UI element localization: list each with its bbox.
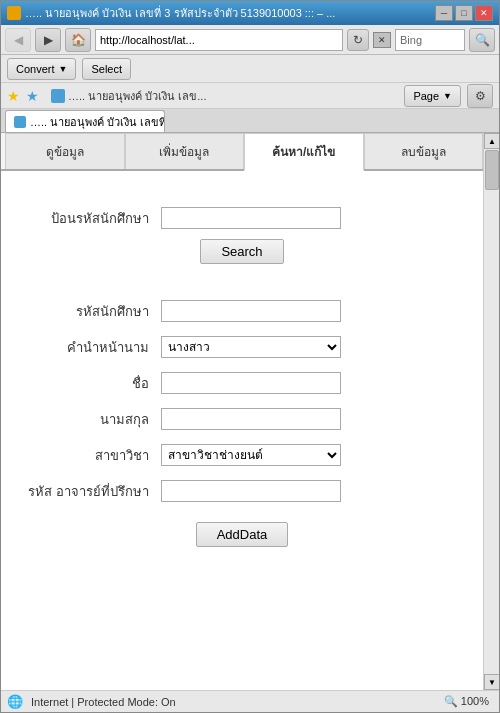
select-label: Select — [91, 63, 122, 75]
status-text: Internet | Protected Mode: On — [31, 696, 436, 708]
tab-delete[interactable]: ลบข้อมูล — [364, 133, 484, 169]
top-input-field[interactable] — [161, 207, 341, 229]
form-tabs: ดูข้อมูล เพิ่มข้อมูล ค้นหา/แก้ไข ลบข้อมู… — [1, 133, 483, 171]
advisor-input[interactable] — [161, 480, 341, 502]
title-bar-buttons: ─ □ ✕ — [435, 5, 493, 21]
tab-label: ….. นายอนุพงค์ บัวเงิน เลขที่... — [30, 113, 165, 131]
search-box[interactable]: Bing — [395, 29, 465, 51]
major-label: สาขาวิชา — [21, 445, 161, 466]
name-group: ชื่อ — [21, 372, 463, 394]
add-favorite-icon[interactable]: ★ — [26, 88, 39, 104]
favorite-star-icon[interactable]: ★ — [7, 88, 20, 104]
browser-window: ….. นายอนุพงค์ บัวเงิน เลขที่ 3 รหัสประจ… — [0, 0, 500, 713]
tab-strip: ….. นายอนุพงค์ บัวเงิน เลขที่... ✕ — [1, 109, 499, 133]
tab-add[interactable]: เพิ่มข้อมูล — [125, 133, 245, 169]
tab-search[interactable]: ค้นหา/แก้ไข — [244, 133, 364, 171]
title-bar: ….. นายอนุพงค์ บัวเงิน เลขที่ 3 รหัสประจ… — [1, 1, 499, 25]
page-button[interactable]: Page ▼ — [404, 85, 461, 107]
close-button[interactable]: ✕ — [475, 5, 493, 21]
title-label: คำนำหน้านาม — [21, 337, 161, 358]
top-input-group: ป้อนรหัสนักศึกษา — [21, 207, 463, 229]
title-bar-text: ….. นายอนุพงค์ บัวเงิน เลขที่ 3 รหัสประจ… — [25, 4, 431, 22]
search-row: Search — [21, 239, 463, 264]
student-id-group: รหัสนักศึกษา — [21, 300, 463, 322]
convert-button[interactable]: Convert ▼ — [7, 58, 76, 80]
scroll-up-button[interactable]: ▲ — [484, 133, 499, 149]
advisor-label: รหัส อาจารย์ที่ปรึกษา — [21, 481, 161, 502]
address-text: http://localhost/lat... — [100, 34, 195, 46]
content-area: ดูข้อมูล เพิ่มข้อมูล ค้นหา/แก้ไข ลบข้อมู… — [1, 133, 499, 690]
lastname-input[interactable] — [161, 408, 341, 430]
submit-row: AddData — [21, 522, 463, 547]
maximize-button[interactable]: □ — [455, 5, 473, 21]
page-label: Page — [413, 90, 439, 102]
student-id-label: รหัสนักศึกษา — [21, 301, 161, 322]
name-label: ชื่อ — [21, 373, 161, 394]
major-group: สาขาวิชา สาขาวิชาช่างยนต์ สาขาวิชาคอมพิว… — [21, 444, 463, 466]
search-button[interactable]: Search — [200, 239, 283, 264]
tools-button[interactable]: ⚙ — [467, 84, 493, 108]
student-id-input[interactable] — [161, 300, 341, 322]
title-group: คำนำหน้านาม นางสาว นาย นาง — [21, 336, 463, 358]
browser-icon — [7, 6, 21, 20]
forward-button[interactable]: ▶ — [35, 28, 61, 52]
convert-label: Convert — [16, 63, 55, 75]
scroll-track[interactable] — [484, 149, 499, 674]
page-tab-1[interactable]: ….. นายอนุพงค์ บัวเงิน เลขที่... ✕ — [5, 110, 165, 132]
advisor-group: รหัส อาจารย์ที่ปรึกษา — [21, 480, 463, 502]
major-select[interactable]: สาขาวิชาช่างยนต์ สาขาวิชาคอมพิวเตอร์ — [161, 444, 341, 466]
adddata-button[interactable]: AddData — [196, 522, 289, 547]
convert-arrow-icon: ▼ — [59, 64, 68, 74]
page-arrow-icon: ▼ — [443, 91, 452, 101]
scroll-down-button[interactable]: ▼ — [484, 674, 499, 690]
bookmark-item-1[interactable]: ….. นายอนุพงค์ บัวเงิน เลข... — [45, 85, 212, 107]
select-button[interactable]: Select — [82, 58, 131, 80]
address-bar[interactable]: http://localhost/lat... — [95, 29, 343, 51]
page-content: ดูข้อมูล เพิ่มข้อมูล ค้นหา/แก้ไข ลบข้อมู… — [1, 133, 483, 690]
stop-button[interactable]: ✕ — [373, 32, 391, 48]
form-section: ป้อนรหัสนักศึกษา Search รหัสนักศึกษา คำน… — [1, 171, 483, 567]
bookmark-text: ….. นายอนุพงค์ บัวเงิน เลข... — [68, 87, 206, 105]
back-button[interactable]: ◀ — [5, 28, 31, 52]
search-go-button[interactable]: 🔍 — [469, 28, 495, 52]
nav-bar: ◀ ▶ 🏠 http://localhost/lat... ↻ ✕ Bing 🔍 — [1, 25, 499, 55]
status-bar: 🌐 Internet | Protected Mode: On 🔍 100% — [1, 690, 499, 712]
search-box-text: Bing — [400, 34, 422, 46]
lastname-group: นามสกุล — [21, 408, 463, 430]
scroll-thumb[interactable] — [485, 150, 499, 190]
status-icon: 🌐 — [7, 694, 23, 709]
minimize-button[interactable]: ─ — [435, 5, 453, 21]
top-input-label: ป้อนรหัสนักศึกษา — [21, 208, 161, 229]
lastname-label: นามสกุล — [21, 409, 161, 430]
tab-view[interactable]: ดูข้อมูล — [5, 133, 125, 169]
tab-favicon — [14, 116, 26, 128]
scrollbar: ▲ ▼ — [483, 133, 499, 690]
refresh-button[interactable]: ↻ — [347, 29, 369, 51]
bookmarks-bar: ★ ★ ….. นายอนุพงค์ บัวเงิน เลข... Page ▼… — [1, 83, 499, 109]
zoom-level: 🔍 100% — [444, 695, 489, 708]
toolbar-bar: Convert ▼ Select — [1, 55, 499, 83]
title-select[interactable]: นางสาว นาย นาง — [161, 336, 341, 358]
bookmark-favicon — [51, 89, 65, 103]
name-input[interactable] — [161, 372, 341, 394]
home-button[interactable]: 🏠 — [65, 28, 91, 52]
